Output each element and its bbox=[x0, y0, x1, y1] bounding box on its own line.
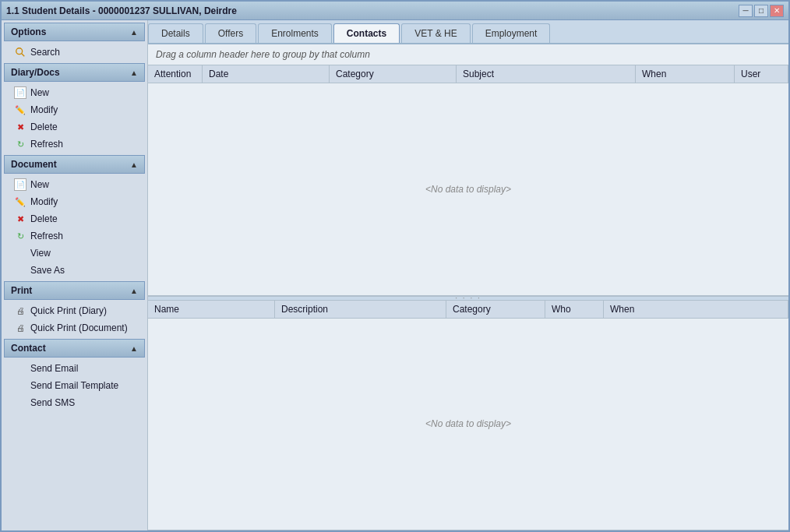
search-icon bbox=[14, 46, 26, 58]
sidebar-section-diary-docs-label: Diary/Docs bbox=[11, 67, 60, 78]
refresh-icon-1: ↻ bbox=[14, 138, 26, 150]
send-email-icon bbox=[14, 362, 26, 375]
sidebar-item-search-label: Search bbox=[30, 47, 60, 58]
sidebar-item-new1-label: New bbox=[30, 87, 49, 98]
sidebar-section-document-label: Document bbox=[11, 159, 57, 170]
minimize-button[interactable]: ─ bbox=[739, 5, 753, 17]
chevron-up-icon-3: ▲ bbox=[130, 160, 138, 169]
sidebar-item-new2[interactable]: 📄 New bbox=[2, 176, 147, 193]
col-header-when[interactable]: When bbox=[636, 65, 735, 83]
save-as-icon bbox=[14, 264, 26, 277]
sidebar-item-quick-print-document[interactable]: 🖨 Quick Print (Document) bbox=[2, 319, 147, 336]
tab-details[interactable]: Details bbox=[148, 23, 203, 43]
delete-icon-2: ✖ bbox=[14, 213, 26, 225]
sidebar-section-options[interactable]: Options ▲ bbox=[4, 23, 145, 41]
modify-icon-1: ✏️ bbox=[14, 104, 26, 116]
sidebar-item-delete1-label: Delete bbox=[30, 122, 58, 132]
sidebar-section-contact-label: Contact bbox=[11, 343, 46, 354]
col-header-category[interactable]: Category bbox=[330, 65, 457, 83]
sidebar: Options ▲ Search Diary/Docs ▲ 📄 New bbox=[2, 20, 148, 530]
tab-employment[interactable]: Employment bbox=[472, 23, 551, 43]
col-header-name[interactable]: Name bbox=[148, 301, 275, 318]
close-button[interactable]: ✕ bbox=[770, 5, 784, 17]
sidebar-item-view[interactable]: View bbox=[2, 245, 147, 262]
sidebar-item-send-sms-label: Send SMS bbox=[30, 397, 75, 408]
sidebar-item-send-email-label: Send Email bbox=[30, 363, 78, 374]
sidebar-item-quick-print-diary-label: Quick Print (Diary) bbox=[30, 305, 107, 316]
chevron-up-icon-4: ▲ bbox=[130, 287, 138, 295]
print-icon-2: 🖨 bbox=[14, 322, 26, 334]
top-grid-header: Attention Date Category Subject When Use… bbox=[148, 65, 788, 83]
sidebar-item-delete1[interactable]: ✖ Delete bbox=[2, 118, 147, 136]
sidebar-section-document[interactable]: Document ▲ bbox=[4, 155, 145, 174]
content-area: Options ▲ Search Diary/Docs ▲ 📄 New bbox=[2, 20, 788, 530]
top-grid: Attention Date Category Subject When Use… bbox=[148, 65, 788, 296]
chevron-up-icon-5: ▲ bbox=[130, 344, 138, 353]
drag-hint: Drag a column header here to group by th… bbox=[148, 44, 788, 65]
sidebar-item-send-email[interactable]: Send Email bbox=[2, 360, 147, 377]
sidebar-item-save-as[interactable]: Save As bbox=[2, 262, 147, 279]
send-email-template-icon bbox=[14, 379, 26, 392]
bottom-grid-body: <No data to display> bbox=[148, 319, 788, 530]
window-title: 1.1 Student Details - 0000001237 SULLIVA… bbox=[6, 5, 237, 16]
sidebar-section-contact[interactable]: Contact ▲ bbox=[4, 339, 145, 358]
window-controls: ─ □ ✕ bbox=[739, 5, 784, 17]
col-header-subject[interactable]: Subject bbox=[457, 65, 636, 83]
sidebar-item-quick-print-diary[interactable]: 🖨 Quick Print (Diary) bbox=[2, 302, 147, 319]
chevron-up-icon-2: ▲ bbox=[130, 69, 138, 77]
new-icon-1: 📄 bbox=[14, 86, 26, 99]
tab-vet-he[interactable]: VET & HE bbox=[401, 23, 470, 43]
chevron-up-icon: ▲ bbox=[130, 28, 138, 37]
sidebar-item-modify1-label: Modify bbox=[30, 104, 58, 115]
col-header-user[interactable]: User bbox=[735, 65, 788, 83]
sidebar-item-send-sms[interactable]: Send SMS bbox=[2, 394, 147, 411]
bottom-grid: Name Description Category Who When <No d… bbox=[148, 301, 788, 531]
sidebar-section-print[interactable]: Print ▲ bbox=[4, 281, 145, 300]
tab-enrolments[interactable]: Enrolments bbox=[258, 23, 332, 43]
main-panel: Details Offers Enrolments Contacts VET &… bbox=[148, 20, 788, 530]
sidebar-item-refresh1-label: Refresh bbox=[30, 139, 63, 150]
bottom-grid-header: Name Description Category Who When bbox=[148, 301, 788, 319]
col-header-description[interactable]: Description bbox=[275, 301, 446, 318]
grid-container: Drag a column header here to group by th… bbox=[148, 44, 788, 530]
top-grid-empty-message: <No data to display> bbox=[425, 184, 511, 195]
top-grid-body: <No data to display> bbox=[148, 83, 788, 295]
sidebar-section-print-label: Print bbox=[11, 285, 32, 296]
sidebar-item-refresh1[interactable]: ↻ Refresh bbox=[2, 136, 147, 153]
sidebar-item-modify1[interactable]: ✏️ Modify bbox=[2, 101, 147, 118]
col-header-category2[interactable]: Category bbox=[446, 301, 545, 318]
tab-offers[interactable]: Offers bbox=[205, 23, 256, 43]
sidebar-item-view-label: View bbox=[30, 248, 51, 259]
col-header-when2[interactable]: When bbox=[604, 301, 788, 318]
delete-icon-1: ✖ bbox=[14, 121, 26, 133]
sidebar-item-modify2[interactable]: ✏️ Modify bbox=[2, 193, 147, 210]
sidebar-item-new2-label: New bbox=[30, 179, 49, 190]
title-bar: 1.1 Student Details - 0000001237 SULLIVA… bbox=[2, 2, 788, 20]
col-header-date[interactable]: Date bbox=[203, 65, 330, 83]
main-window: 1.1 Student Details - 0000001237 SULLIVA… bbox=[0, 0, 790, 532]
tab-contacts[interactable]: Contacts bbox=[333, 23, 400, 43]
col-header-attention[interactable]: Attention bbox=[148, 65, 203, 83]
modify-icon-2: ✏️ bbox=[14, 196, 26, 208]
sidebar-item-save-as-label: Save As bbox=[30, 265, 65, 276]
restore-button[interactable]: □ bbox=[754, 5, 768, 17]
sidebar-section-options-label: Options bbox=[11, 26, 46, 37]
sidebar-item-delete2[interactable]: ✖ Delete bbox=[2, 210, 147, 227]
new-icon-2: 📄 bbox=[14, 178, 26, 191]
sidebar-item-modify2-label: Modify bbox=[30, 196, 58, 207]
sidebar-item-send-email-template[interactable]: Send Email Template bbox=[2, 377, 147, 394]
sidebar-item-search[interactable]: Search bbox=[2, 44, 147, 61]
col-header-who[interactable]: Who bbox=[545, 301, 604, 318]
sidebar-item-refresh2[interactable]: ↻ Refresh bbox=[2, 227, 147, 245]
view-icon bbox=[14, 247, 26, 259]
svg-line-1 bbox=[22, 54, 25, 57]
sidebar-item-delete2-label: Delete bbox=[30, 213, 58, 224]
sidebar-item-new1[interactable]: 📄 New bbox=[2, 84, 147, 101]
sidebar-item-quick-print-document-label: Quick Print (Document) bbox=[30, 322, 128, 333]
tab-bar: Details Offers Enrolments Contacts VET &… bbox=[148, 20, 788, 44]
send-sms-icon bbox=[14, 396, 26, 409]
sidebar-item-refresh2-label: Refresh bbox=[30, 231, 63, 241]
svg-point-0 bbox=[16, 48, 23, 55]
sidebar-section-diary-docs[interactable]: Diary/Docs ▲ bbox=[4, 63, 145, 82]
sidebar-item-send-email-template-label: Send Email Template bbox=[30, 380, 118, 391]
